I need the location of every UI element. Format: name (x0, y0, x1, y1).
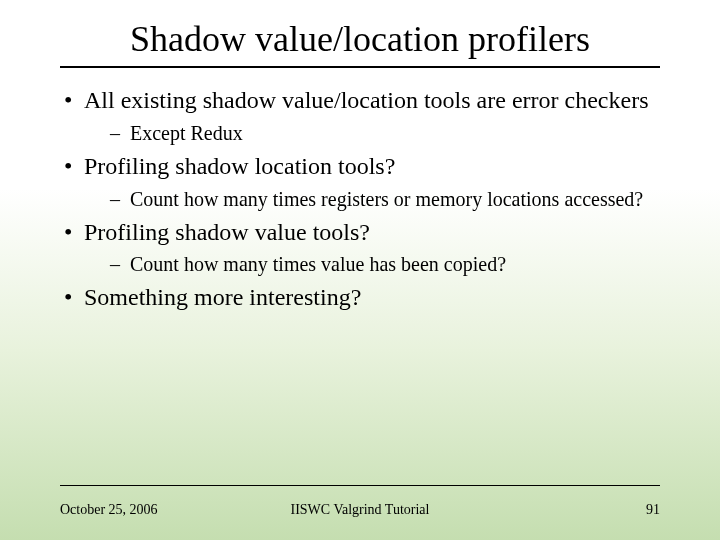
footer-divider (60, 485, 660, 486)
bullet-item: All existing shadow value/location tools… (60, 86, 660, 146)
slide-footer: October 25, 2006 IISWC Valgrind Tutorial… (0, 502, 720, 518)
slide: Shadow value/location profilers All exis… (0, 0, 720, 540)
sub-bullet-item: Count how many times registers or memory… (108, 187, 660, 212)
bullet-item: Profiling shadow value tools? Count how … (60, 218, 660, 278)
bullet-text: Profiling shadow location tools? (84, 153, 395, 179)
bullet-list: All existing shadow value/location tools… (60, 86, 660, 312)
footer-page-number: 91 (646, 502, 660, 518)
sub-bullet-item: Except Redux (108, 121, 660, 146)
sub-bullet-list: Count how many times value has been copi… (84, 252, 660, 277)
sub-bullet-text: Except Redux (130, 122, 243, 144)
sub-bullet-list: Count how many times registers or memory… (84, 187, 660, 212)
sub-bullet-text: Count how many times registers or memory… (130, 188, 643, 210)
slide-title: Shadow value/location profilers (60, 18, 660, 68)
bullet-item: Profiling shadow location tools? Count h… (60, 152, 660, 212)
bullet-item: Something more interesting? (60, 283, 660, 312)
sub-bullet-text: Count how many times value has been copi… (130, 253, 506, 275)
sub-bullet-list: Except Redux (84, 121, 660, 146)
slide-content: All existing shadow value/location tools… (40, 86, 680, 312)
bullet-text: All existing shadow value/location tools… (84, 87, 648, 113)
sub-bullet-item: Count how many times value has been copi… (108, 252, 660, 277)
footer-date: October 25, 2006 (60, 502, 158, 518)
bullet-text: Profiling shadow value tools? (84, 219, 370, 245)
bullet-text: Something more interesting? (84, 284, 361, 310)
